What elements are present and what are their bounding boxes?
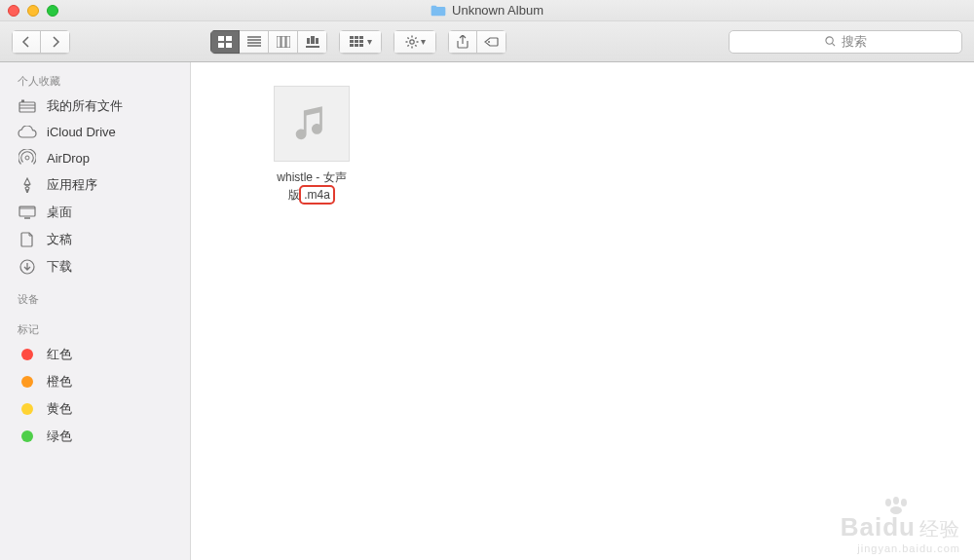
sidebar-item-label: 我的所有文件 [47, 97, 123, 115]
svg-line-27 [407, 45, 408, 46]
watermark-sub: jingyan.baidu.com [841, 542, 960, 554]
search-icon [825, 36, 836, 47]
sidebar-item-icloud[interactable]: iCloud Drive [0, 120, 190, 144]
file-extension-highlight: .m4a [299, 185, 335, 205]
sidebar-item-desktop[interactable]: 桌面 [0, 199, 190, 226]
devices-header: 设备 [0, 288, 190, 311]
sidebar-item-downloads[interactable]: 下载 [0, 253, 190, 280]
search-placeholder: 搜索 [842, 33, 867, 51]
downloads-icon [18, 259, 37, 275]
chevron-down-icon: ▾ [421, 36, 426, 47]
airdrop-icon [18, 149, 37, 167]
forward-button[interactable] [41, 30, 70, 54]
svg-point-41 [885, 499, 891, 506]
share-icon [457, 35, 468, 49]
music-note-icon [295, 105, 328, 142]
sidebar-item-applications[interactable]: 应用程序 [0, 171, 190, 199]
sidebar-item-documents[interactable]: 文稿 [0, 226, 190, 253]
arrange-button[interactable]: ▾ [339, 30, 382, 54]
svg-rect-35 [21, 100, 24, 103]
content-area[interactable]: whistle - 女声 版.m4a Baidu经验 jingyan.baidu… [191, 62, 974, 560]
action-group: ▾ [393, 30, 436, 54]
svg-rect-1 [226, 36, 232, 41]
coverflow-view-button[interactable] [298, 30, 327, 54]
list-view-button[interactable] [240, 30, 269, 54]
svg-rect-6 [286, 36, 290, 48]
sidebar-item-label: 黄色 [47, 400, 72, 418]
svg-point-29 [488, 41, 490, 43]
chevron-right-icon [51, 36, 60, 48]
window-title-text: Unknown Album [452, 3, 543, 18]
back-button[interactable] [12, 30, 41, 54]
svg-rect-9 [316, 38, 318, 44]
watermark: Baidu经验 jingyan.baidu.com [841, 512, 960, 554]
svg-rect-15 [355, 40, 358, 43]
file-label: whistle - 女声 版.m4a [253, 169, 370, 205]
chevron-left-icon [21, 36, 31, 48]
documents-icon [18, 232, 37, 247]
sidebar: 个人收藏 我的所有文件 iCloud Drive AirDrop 应用程序 桌面… [0, 62, 191, 560]
sidebar-item-label: iCloud Drive [47, 125, 116, 139]
svg-line-26 [415, 45, 416, 46]
watermark-du: du [882, 512, 916, 541]
tag-dot-icon [21, 376, 33, 388]
sidebar-item-label: 绿色 [47, 428, 72, 445]
file-item[interactable]: whistle - 女声 版.m4a [253, 86, 370, 205]
sidebar-item-label: 文稿 [47, 231, 72, 248]
coverflow-icon [306, 36, 319, 48]
sidebar-tag-yellow[interactable]: 黄色 [0, 395, 190, 423]
svg-rect-32 [19, 102, 35, 112]
svg-rect-3 [226, 43, 232, 48]
search-input[interactable]: 搜索 [729, 30, 962, 54]
svg-rect-4 [277, 36, 281, 48]
svg-rect-12 [355, 36, 358, 39]
grid-icon [218, 36, 232, 48]
columns-icon [277, 36, 290, 48]
tag-dot-icon [21, 349, 33, 360]
sidebar-tag-red[interactable]: 红色 [0, 341, 190, 368]
share-group [448, 30, 506, 54]
icon-view-button[interactable] [210, 30, 240, 54]
sidebar-item-label: AirDrop [47, 151, 90, 166]
sidebar-item-all-files[interactable]: 我的所有文件 [0, 93, 190, 120]
tag-dot-icon [21, 403, 33, 415]
svg-rect-8 [311, 36, 315, 44]
watermark-ch: 经验 [919, 518, 960, 540]
sidebar-item-label: 红色 [47, 346, 72, 363]
tags-header: 标记 [0, 318, 190, 341]
action-button[interactable]: ▾ [393, 30, 436, 54]
watermark-main: Bai [841, 512, 882, 541]
svg-point-43 [901, 499, 907, 506]
svg-rect-10 [306, 46, 319, 48]
svg-rect-2 [218, 43, 224, 48]
column-view-button[interactable] [269, 30, 298, 54]
svg-point-36 [25, 156, 29, 160]
icloud-icon [18, 126, 37, 138]
svg-point-42 [893, 497, 899, 504]
svg-rect-14 [350, 40, 354, 43]
arrange-icon [350, 36, 365, 48]
sidebar-item-label: 应用程序 [47, 176, 97, 194]
sidebar-item-label: 橙色 [47, 373, 72, 391]
tags-button[interactable] [477, 30, 506, 54]
svg-rect-5 [281, 36, 285, 48]
toolbar: ▾ ▾ 搜索 [0, 21, 974, 62]
sidebar-item-label: 桌面 [47, 204, 72, 221]
folder-icon [431, 5, 446, 17]
svg-line-31 [832, 43, 835, 46]
tag-icon [484, 36, 500, 48]
paw-icon [882, 497, 910, 514]
svg-point-20 [409, 39, 413, 43]
window-title: Unknown Album [0, 3, 974, 18]
close-button[interactable] [8, 5, 19, 17]
sidebar-item-airdrop[interactable]: AirDrop [0, 144, 190, 171]
maximize-button[interactable] [47, 5, 58, 17]
minimize-button[interactable] [27, 5, 39, 17]
svg-line-28 [415, 37, 416, 38]
svg-point-44 [890, 506, 902, 514]
sidebar-tag-orange[interactable]: 橙色 [0, 368, 190, 395]
svg-rect-0 [218, 36, 224, 41]
share-button[interactable] [448, 30, 477, 54]
sidebar-tag-green[interactable]: 绿色 [0, 423, 190, 450]
svg-rect-16 [359, 40, 363, 43]
